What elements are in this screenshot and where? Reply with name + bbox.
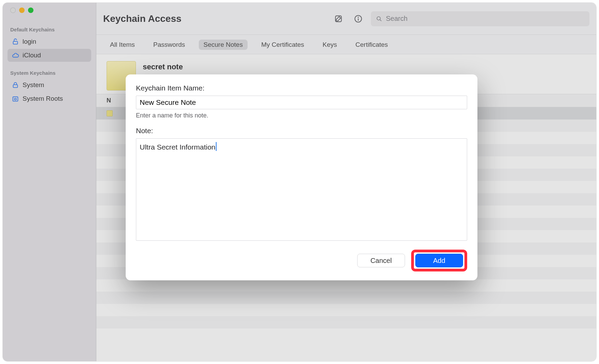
sidebar-item-icloud[interactable]: iCloud [8, 49, 91, 62]
svg-line-9 [380, 19, 381, 21]
tab-keys[interactable]: Keys [318, 40, 342, 50]
item-name-label: Keychain Item Name: [136, 84, 467, 92]
search-placeholder: Search [386, 15, 407, 23]
close-window-dot[interactable] [10, 8, 16, 13]
info-button[interactable] [351, 13, 365, 25]
new-secure-note-sheet: Keychain Item Name: Enter a name for thi… [126, 74, 477, 280]
tutorial-highlight: Add [411, 250, 467, 271]
item-name-input[interactable] [136, 96, 467, 109]
item-name-hint: Enter a name for this note. [136, 112, 467, 119]
compose-button[interactable] [331, 13, 346, 25]
sidebar-item-label: iCloud [23, 52, 41, 59]
tab-all-items[interactable]: All Items [105, 40, 140, 50]
sidebar-section-system: System Keychains [3, 67, 96, 78]
keychain-access-window: Default Keychains login iCloud System Ke… [3, 3, 596, 361]
tab-certificates[interactable]: Certificates [351, 40, 393, 50]
table-row [96, 316, 596, 328]
tab-my-certificates[interactable]: My Certificates [256, 40, 309, 50]
note-label: Note: [136, 127, 467, 135]
app-title: Keychain Access [103, 13, 181, 24]
window-traffic-lights [3, 8, 96, 23]
minimize-window-dot[interactable] [19, 8, 25, 13]
modal-button-row: Cancel Add [136, 250, 467, 271]
svg-rect-3 [14, 98, 16, 100]
cloud-icon [12, 52, 19, 59]
note-textarea[interactable]: Ultra Secret Information [136, 138, 467, 241]
tab-secure-notes[interactable]: Secure Notes [199, 40, 248, 50]
table-row [96, 292, 596, 304]
add-button[interactable]: Add [415, 254, 463, 267]
sidebar-item-label: System Roots [23, 95, 63, 102]
cancel-button[interactable]: Cancel [357, 254, 405, 267]
sidebar-item-label: System [23, 81, 44, 89]
sidebar-item-login[interactable]: login [8, 35, 91, 48]
text-caret [216, 142, 217, 151]
search-field[interactable]: Search [371, 11, 589, 26]
search-icon [376, 15, 382, 22]
sidebar-item-system[interactable]: System [8, 79, 91, 92]
svg-rect-2 [13, 97, 18, 101]
svg-point-7 [358, 17, 358, 17]
zoom-window-dot[interactable] [28, 8, 33, 13]
sidebar: Default Keychains login iCloud System Ke… [3, 3, 96, 361]
archivebox-icon [12, 95, 19, 102]
table-row [96, 304, 596, 316]
sidebar-section-default: Default Keychains [3, 23, 96, 34]
tab-passwords[interactable]: Passwords [149, 40, 190, 50]
sidebar-item-system-roots[interactable]: System Roots [8, 92, 91, 105]
svg-point-8 [377, 16, 380, 20]
item-title: secret note [143, 61, 183, 71]
toolbar: Keychain Access Search [96, 3, 596, 35]
secure-note-mini-icon [107, 110, 113, 116]
unlock-icon [12, 38, 19, 45]
lock-icon [12, 81, 19, 89]
svg-rect-0 [13, 41, 18, 44]
sidebar-item-label: login [23, 38, 36, 45]
svg-rect-1 [13, 85, 18, 87]
table-row [96, 279, 596, 292]
category-tabs: All Items Passwords Secure Notes My Cert… [96, 35, 596, 54]
